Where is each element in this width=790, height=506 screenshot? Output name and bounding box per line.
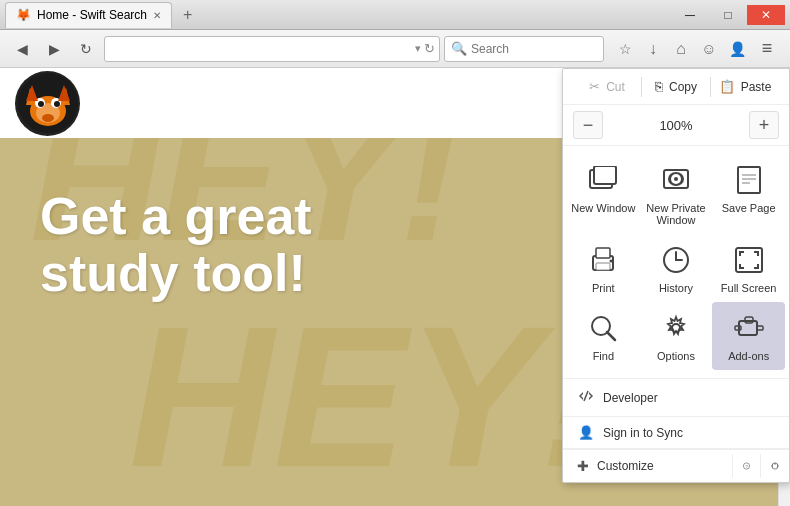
new-private-window-icon — [658, 162, 694, 198]
search-icon: 🔍 — [451, 41, 467, 56]
options-icon — [658, 310, 694, 346]
sign-in-item[interactable]: 👤 Sign in to Sync — [563, 417, 789, 449]
zoom-value: 100% — [603, 118, 749, 133]
menu-button[interactable]: ≡ — [752, 36, 782, 62]
tab-favicon: 🦊 — [16, 8, 31, 22]
reload-button[interactable]: ↻ — [72, 36, 100, 62]
full-screen-item[interactable]: Full Screen — [712, 234, 785, 302]
smiley-icon[interactable]: ☺ — [696, 36, 722, 62]
copy-button[interactable]: ⎘ Copy — [642, 75, 710, 98]
close-button[interactable]: ✕ — [747, 5, 785, 25]
developer-icon — [577, 387, 595, 408]
svg-line-35 — [584, 391, 588, 401]
menu-icons-grid: New Window New Private Window Save Page — [563, 146, 789, 379]
save-page-label: Save Page — [722, 202, 776, 214]
address-bar-container: ▾ ↻ — [104, 36, 440, 62]
paste-icon: 📋 — [719, 79, 735, 94]
address-dropdown-icon[interactable]: ▾ — [415, 42, 421, 55]
save-page-icon — [731, 162, 767, 198]
add-ons-item[interactable]: Add-ons — [712, 302, 785, 370]
sign-in-icon: 👤 — [577, 425, 595, 440]
tab-close-btn[interactable]: ✕ — [153, 10, 161, 21]
browser-tab[interactable]: 🦊 Home - Swift Search ✕ — [5, 2, 172, 28]
print-icon — [585, 242, 621, 278]
window-controls: ─ □ ✕ — [671, 5, 785, 25]
save-page-item[interactable]: Save Page — [712, 154, 785, 234]
bottom-actions: ? — [732, 454, 789, 478]
cut-button[interactable]: ✂ Cut — [573, 75, 641, 98]
paste-button[interactable]: 📋 Paste — [711, 75, 779, 98]
tab-title: Home - Swift Search — [37, 8, 147, 22]
options-label: Options — [657, 350, 695, 362]
add-ons-label: Add-ons — [728, 350, 769, 362]
new-tab-button[interactable]: + — [178, 6, 197, 24]
new-window-label: New Window — [571, 202, 635, 214]
customize-icon: ✚ — [577, 458, 589, 474]
title-bar: 🦊 Home - Swift Search ✕ + ─ □ ✕ — [0, 0, 790, 30]
new-private-window-label: New Private Window — [644, 202, 709, 226]
home-icon[interactable]: ⌂ — [668, 36, 694, 62]
print-label: Print — [592, 282, 615, 294]
headline: Get a great study tool! — [40, 188, 312, 302]
download-icon[interactable]: ↓ — [640, 36, 666, 62]
svg-point-8 — [54, 101, 60, 107]
full-screen-icon — [731, 242, 767, 278]
svg-point-17 — [674, 177, 678, 181]
address-reload-icon[interactable]: ↻ — [424, 41, 435, 56]
svg-rect-24 — [596, 263, 610, 270]
browser-content: HEY! HEY! — [0, 68, 790, 506]
back-button[interactable]: ◀ — [8, 36, 36, 62]
history-label: History — [659, 282, 693, 294]
toolbar-icons: ☆ ↓ ⌂ ☺ 👤 ≡ — [612, 36, 782, 62]
customize-label: Customize — [597, 459, 654, 473]
add-ons-icon — [731, 310, 767, 346]
full-screen-label: Full Screen — [721, 282, 777, 294]
search-container: 🔍 — [444, 36, 604, 62]
dropdown-menu: ✂ Cut ⎘ Copy 📋 Paste − 100% + — [562, 68, 790, 483]
exit-button[interactable] — [761, 454, 789, 478]
address-right-icons: ▾ ↻ — [415, 41, 439, 56]
find-icon — [585, 310, 621, 346]
sign-in-label: Sign in to Sync — [603, 426, 683, 440]
minimize-button[interactable]: ─ — [671, 5, 709, 25]
svg-point-9 — [42, 114, 54, 122]
svg-point-7 — [38, 101, 44, 107]
history-icon — [658, 242, 694, 278]
new-window-icon — [585, 162, 621, 198]
forward-button[interactable]: ▶ — [40, 36, 68, 62]
svg-text:?: ? — [746, 464, 749, 469]
find-label: Find — [593, 350, 614, 362]
print-item[interactable]: Print — [567, 234, 640, 302]
address-input[interactable] — [115, 42, 415, 56]
zoom-row: − 100% + — [563, 105, 789, 146]
person-icon[interactable]: 👤 — [724, 36, 750, 62]
svg-rect-18 — [738, 167, 760, 193]
bookmark-icon[interactable]: ☆ — [612, 36, 638, 62]
logo — [15, 71, 80, 136]
svg-rect-13 — [594, 166, 616, 184]
nav-bar: ◀ ▶ ↻ ▾ ↻ 🔍 ☆ ↓ ⌂ ☺ 👤 ≡ — [0, 30, 790, 68]
options-item[interactable]: Options — [640, 302, 713, 370]
history-item[interactable]: History — [640, 234, 713, 302]
new-private-window-item[interactable]: New Private Window — [640, 154, 713, 234]
maximize-button[interactable]: □ — [709, 5, 747, 25]
new-window-item[interactable]: New Window — [567, 154, 640, 234]
developer-label: Developer — [603, 391, 658, 405]
edit-row: ✂ Cut ⎘ Copy 📋 Paste — [563, 69, 789, 105]
svg-line-29 — [607, 332, 615, 340]
copy-icon: ⎘ — [655, 79, 663, 94]
zoom-in-button[interactable]: + — [749, 111, 779, 139]
svg-rect-23 — [596, 248, 610, 258]
title-bar-left: 🦊 Home - Swift Search ✕ + — [5, 2, 197, 28]
help-button[interactable]: ? — [733, 454, 761, 478]
customize-item[interactable]: ✚ Customize — [563, 450, 732, 482]
developer-item[interactable]: Developer — [563, 379, 789, 417]
search-input[interactable] — [471, 42, 597, 56]
customize-row: ✚ Customize ? — [563, 449, 789, 482]
svg-point-25 — [610, 260, 613, 263]
find-item[interactable]: Find — [567, 302, 640, 370]
cut-icon: ✂ — [589, 79, 600, 94]
zoom-out-button[interactable]: − — [573, 111, 603, 139]
